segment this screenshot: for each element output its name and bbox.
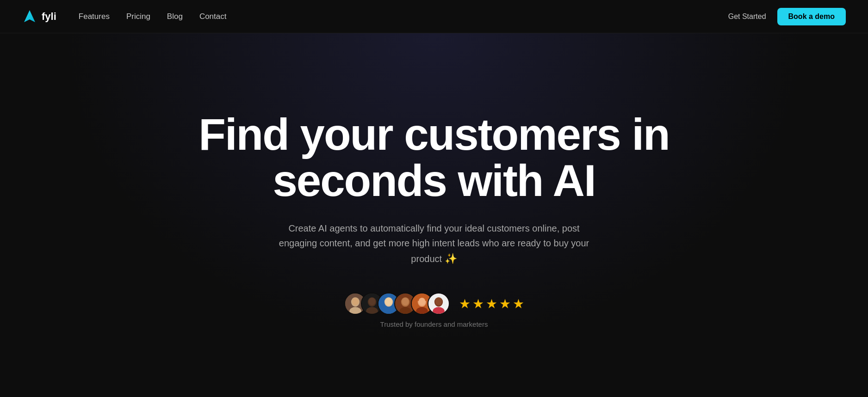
social-proof: ★ ★ ★ ★ ★ Trusted by founders and market… (344, 293, 524, 328)
nav-links: Features Pricing Blog Contact (79, 12, 728, 21)
book-demo-button[interactable]: Book a demo (777, 8, 846, 25)
logo-icon (22, 9, 37, 24)
star-4: ★ (499, 296, 511, 311)
get-started-button[interactable]: Get Started (728, 12, 766, 21)
logo-link[interactable]: fyli (22, 9, 56, 24)
brand-name: fyli (42, 11, 56, 23)
star-3: ★ (486, 296, 497, 311)
nav-pricing[interactable]: Pricing (126, 12, 150, 21)
svg-point-21 (418, 298, 425, 306)
navbar: fyli Features Pricing Blog Contact Get S… (0, 0, 868, 33)
svg-point-4 (352, 298, 359, 306)
svg-point-16 (402, 298, 409, 306)
hero-section: Find your customers in seconds with AI C… (0, 33, 868, 397)
nav-contact[interactable]: Contact (199, 12, 227, 21)
star-5: ★ (513, 296, 524, 311)
avatars-stars-row: ★ ★ ★ ★ ★ (344, 293, 524, 315)
star-1: ★ (459, 296, 471, 311)
trusted-text: Trusted by founders and marketers (380, 320, 488, 328)
nav-actions: Get Started Book a demo (728, 8, 846, 25)
star-2: ★ (472, 296, 484, 311)
hero-subtitle: Create AI agents to automatically find y… (277, 221, 591, 267)
hero-title: Find your customers in seconds with AI (180, 111, 688, 205)
svg-point-12 (385, 298, 392, 306)
star-rating: ★ ★ ★ ★ ★ (459, 296, 524, 311)
nav-features[interactable]: Features (79, 12, 110, 21)
nav-blog[interactable]: Blog (167, 12, 183, 21)
svg-point-8 (368, 298, 375, 306)
avatar (428, 293, 450, 315)
avatar-group (344, 293, 450, 315)
sparkle-icon: ✨ (445, 253, 457, 264)
svg-point-25 (435, 298, 442, 306)
svg-marker-0 (24, 10, 35, 22)
